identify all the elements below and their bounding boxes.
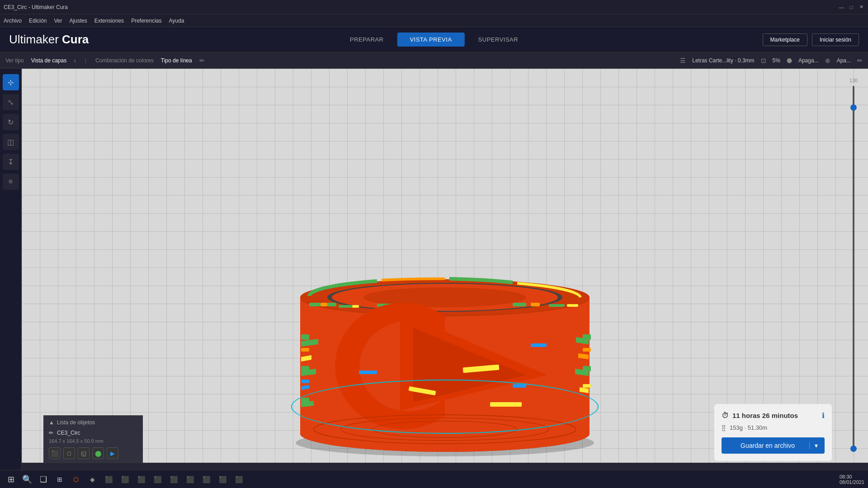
taskbar-app-3[interactable]: ◆	[85, 472, 99, 487]
start-button[interactable]: ⊞	[4, 472, 18, 487]
print-time-label: ⏱ 11 horas 26 minutos	[722, 412, 798, 420]
windows-taskbar: ⊞ 🔍 ❑ ⊞ ⬡ ◆ ⬛ ⬛ ⬛ ⬛ ⬛ ⬛ ⬛ ⬛ ⬛ 08:30 08/0…	[0, 470, 868, 488]
menu-item-preferencias[interactable]: Preferencias	[131, 18, 161, 24]
clock-icon: ⏱	[722, 412, 729, 420]
ver-tipo-label: Ver tipo	[5, 57, 24, 64]
adjust-icon[interactable]: ⊕	[825, 57, 830, 64]
object-list-item: ✏ CE3_Circ	[49, 428, 137, 437]
svg-rect-19	[327, 303, 336, 306]
layer-tool-button[interactable]: ◫	[3, 134, 19, 150]
svg-rect-25	[549, 304, 565, 307]
object-name[interactable]: CE3_Circ	[57, 430, 80, 436]
object-dimensions: 164.7 x 164.5 x 50.0 mm	[49, 438, 137, 444]
svg-rect-21	[352, 305, 359, 308]
vista-capas-value[interactable]: Vista de capas	[31, 57, 67, 64]
taskbar-app-6[interactable]: ⬛	[134, 472, 148, 487]
svg-rect-27	[301, 334, 309, 340]
menubar: ArchivoEdiciónVerAjustesExtensionesPrefe…	[0, 14, 868, 27]
menu-item-ajustes[interactable]: Ajustes	[69, 18, 87, 24]
toolbar-chevron-icon[interactable]: ‹	[74, 57, 76, 64]
view-color-button[interactable]: ⬤	[92, 447, 104, 459]
taskbar-app-7[interactable]: ⬛	[150, 472, 165, 487]
combinacion-label: Combinación de colores	[95, 57, 154, 64]
rotate-tool-button[interactable]: ↻	[3, 114, 19, 130]
slider-thumb-top[interactable]	[850, 104, 857, 111]
taskbar-app-2[interactable]: ⬡	[69, 472, 83, 487]
taskbar-app-4[interactable]: ⬛	[101, 472, 116, 487]
maximize-button[interactable]: □	[848, 4, 854, 10]
svg-rect-42	[359, 371, 377, 374]
svg-rect-26	[567, 304, 578, 307]
layer-slider[interactable]: 130	[848, 78, 859, 452]
window-title: CE3_Circ - Ultimaker Cura	[4, 4, 68, 10]
save-to-file-button[interactable]: Guardar en archivo ▾	[722, 437, 825, 454]
close-button[interactable]: ✕	[858, 4, 864, 10]
settings-icon[interactable]: ☰	[680, 57, 686, 64]
svg-rect-28	[301, 348, 309, 352]
svg-rect-24	[531, 303, 540, 306]
minimize-button[interactable]: —	[838, 4, 844, 10]
3d-model	[287, 208, 603, 461]
slider-track[interactable]	[853, 86, 854, 452]
tipo-linea-value[interactable]: Tipo de línea	[161, 57, 192, 64]
apaga2-label[interactable]: Apa...	[837, 57, 851, 64]
svg-rect-44	[513, 384, 526, 388]
taskbar-clock: 08:30 08/01/2021	[840, 474, 864, 485]
material-row: ⣿ 153g · 51.30m	[722, 424, 825, 431]
taskbar-app-11[interactable]: ⬛	[215, 472, 230, 487]
taskbar-app-10[interactable]: ⬛	[199, 472, 213, 487]
print-time: 11 horas 26 minutos	[732, 412, 798, 419]
move-tool-button[interactable]: ⊹	[3, 74, 19, 90]
svg-rect-18	[321, 303, 327, 306]
edit-icon[interactable]: ✏	[199, 57, 205, 64]
menu-item-edición[interactable]: Edición	[29, 18, 47, 24]
save-dropdown-arrow[interactable]: ▾	[809, 442, 820, 449]
resize-icon[interactable]: ⊡	[761, 57, 766, 64]
support-tool-button[interactable]: ↧	[3, 154, 19, 170]
marketplace-button[interactable]: Marketplace	[763, 33, 807, 46]
main-nav: PREPARAR VISTA PREVIA SUPERVISAR	[337, 33, 531, 47]
view-side-button[interactable]: ◱	[78, 447, 90, 459]
menu-item-archivo[interactable]: Archivo	[4, 18, 22, 24]
slider-thumb-bottom[interactable]	[850, 446, 857, 452]
window-controls: — □ ✕	[838, 4, 864, 10]
info-icon[interactable]: ℹ	[822, 411, 825, 420]
settings-label[interactable]: Letras Carte...lity · 0.3mm	[692, 57, 754, 64]
view-toolbar: Ver tipo Vista de capas ‹ | Combinación …	[0, 52, 868, 69]
menu-item-extensiones[interactable]: Extensiones	[94, 18, 124, 24]
topnav-right: Marketplace Iniciar sesión	[763, 33, 859, 46]
view-blue-button[interactable]: ▶	[107, 447, 118, 459]
save-button-label: Guardar en archivo	[726, 442, 809, 449]
taskbar-app-12[interactable]: ⬛	[231, 472, 246, 487]
time-row: ⏱ 11 horas 26 minutos ℹ	[722, 411, 825, 420]
monitor-tab[interactable]: SUPERVISAR	[466, 33, 531, 47]
search-button[interactable]: 🔍	[20, 472, 34, 487]
svg-rect-33	[583, 348, 591, 352]
scale-tool-button[interactable]: ⤡	[3, 94, 19, 110]
system-clock: 08:30 08/01/2021	[840, 474, 864, 485]
view-3d-button[interactable]: ⬛	[49, 447, 61, 459]
preview-tab[interactable]: VISTA PREVIA	[397, 33, 464, 47]
menu-item-ayuda[interactable]: Ayuda	[169, 18, 184, 24]
object-list-header[interactable]: ▲ Lista de objetos	[49, 419, 137, 426]
taskbar-app-1[interactable]: ⊞	[52, 472, 67, 487]
taskbar-app-9[interactable]: ⬛	[183, 472, 197, 487]
taskbar-app-5[interactable]: ⬛	[118, 472, 132, 487]
taskview-button[interactable]: ❑	[36, 472, 51, 487]
object-list-panel: ▲ Lista de objetos ✏ CE3_Circ 164.7 x 16…	[43, 415, 143, 463]
svg-rect-17	[309, 303, 321, 306]
slider-value: 130	[849, 78, 858, 83]
login-button[interactable]: Iniciar sesión	[812, 33, 859, 46]
view-front-button[interactable]: □	[63, 447, 75, 459]
prepare-tab[interactable]: PREPARAR	[337, 33, 396, 47]
titlebar: CE3_Circ - Ultimaker Cura — □ ✕	[0, 0, 868, 14]
edit2-icon[interactable]: ✏	[857, 57, 863, 64]
taskbar-app-8[interactable]: ⬛	[166, 472, 181, 487]
apaga1-label[interactable]: Apaga...	[798, 57, 819, 64]
extra-tool-button[interactable]: ≡	[3, 174, 19, 190]
time-display: 08:30	[840, 474, 864, 479]
chevron-up-icon: ▲	[49, 419, 54, 426]
svg-rect-20	[339, 305, 352, 308]
menu-item-ver[interactable]: Ver	[54, 18, 62, 24]
layers-icon[interactable]: ⬣	[787, 57, 792, 64]
